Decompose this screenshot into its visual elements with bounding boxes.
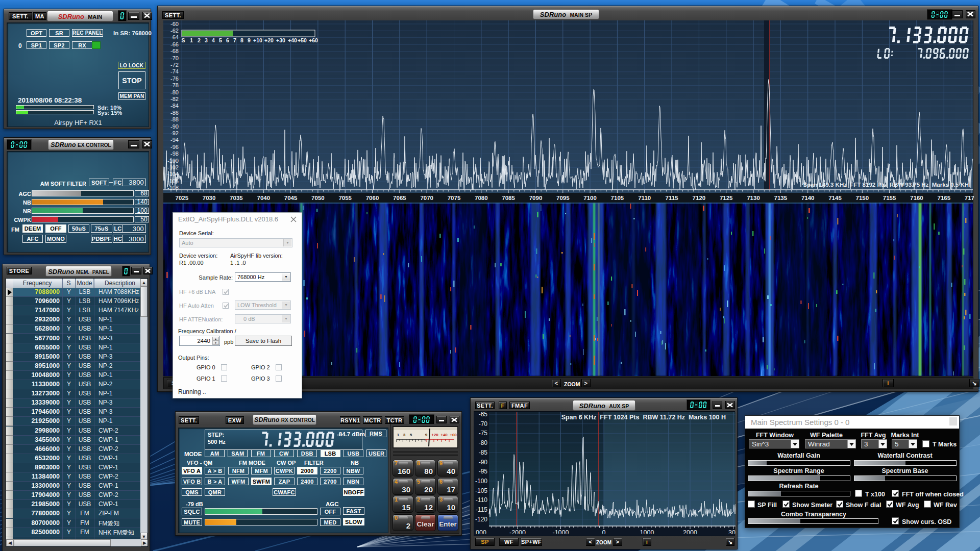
svg-text:+40: +40 [440, 433, 448, 437]
svg-text:3: 3 [403, 433, 406, 437]
svg-text:-105: -105 [475, 487, 487, 494]
svg-text:-90: -90 [479, 459, 488, 466]
svg-text:000: 000 [476, 529, 486, 534]
svg-text:9: 9 [425, 433, 428, 437]
svg-text:0: 0 [602, 529, 606, 534]
svg-text:-95: -95 [479, 468, 488, 475]
svg-text:-70: -70 [479, 420, 488, 428]
svg-text:-100: -100 [475, 478, 487, 485]
svg-text:5: 5 [410, 433, 412, 437]
svg-text:-2000: -2000 [509, 529, 526, 534]
svg-text:-110: -110 [476, 496, 487, 504]
svg-text:-85: -85 [479, 449, 488, 456]
svg-text:+60: +60 [450, 433, 457, 437]
svg-text:-80: -80 [479, 439, 488, 446]
svg-text:-120: -120 [475, 516, 487, 523]
svg-text:-75: -75 [479, 430, 488, 437]
svg-text:Span 6 KHz FFT 1024 Pts RBW: Span 6 KHz FFT 1024 Pts RBW 11.72 Hz Mar… [561, 414, 726, 421]
svg-text:1: 1 [397, 433, 400, 437]
svg-text:2000: 2000 [683, 529, 697, 534]
svg-text:+20: +20 [431, 433, 438, 437]
svg-text:-115: -115 [476, 506, 487, 513]
svg-text:-1000: -1000 [553, 529, 569, 534]
svg-text:1000: 1000 [640, 529, 654, 534]
svg-text:-65: -65 [479, 411, 488, 418]
svg-text:30: 30 [728, 529, 736, 534]
